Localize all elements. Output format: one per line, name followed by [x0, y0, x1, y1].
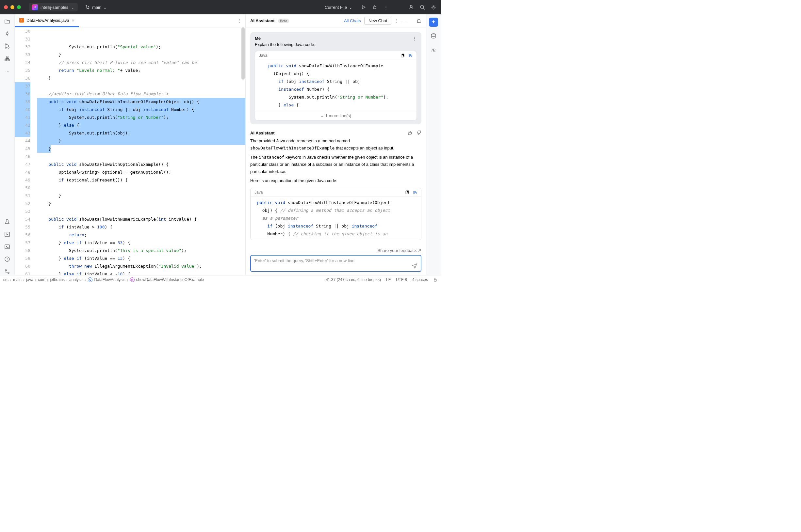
chevron-down-icon: ⌄: [349, 5, 352, 10]
project-tool-icon[interactable]: [4, 18, 11, 25]
svg-point-15: [8, 272, 9, 273]
user-message: Me ⋮ Explain the following Java code: Ja…: [250, 32, 421, 125]
panel-options-icon[interactable]: ⋮: [395, 18, 399, 23]
code-with-me-icon[interactable]: [408, 4, 415, 11]
code-snippet-body: public void showDataFlowWithInstanceOfEx…: [251, 197, 421, 240]
ai-input-placeholder: 'Enter' to submit the query, 'Shift+Ente…: [254, 258, 354, 263]
svg-point-3: [433, 6, 435, 8]
search-icon[interactable]: [419, 4, 426, 11]
svg-point-6: [5, 47, 6, 48]
send-icon[interactable]: [412, 263, 418, 269]
svg-rect-10: [8, 59, 10, 61]
thumbs-up-icon[interactable]: [408, 130, 413, 135]
maven-tool-icon[interactable]: m: [429, 45, 438, 54]
beta-badge: Beta: [278, 19, 289, 23]
svg-point-5: [5, 44, 6, 45]
file-encoding[interactable]: UTF-8: [396, 278, 407, 282]
assistant-text-3: Here is an explanation of the given Java…: [250, 177, 421, 185]
ai-panel-header: AI Assistant Beta All Chats New Chat ⋮ —: [245, 14, 426, 27]
editor-panel: J DataFlowAnalysis.java × ⋮ 303132333435…: [15, 14, 245, 275]
debug-button[interactable]: [371, 4, 378, 11]
svg-rect-21: [434, 279, 436, 281]
more-tools-icon[interactable]: ⋯: [4, 67, 11, 74]
all-chats-link[interactable]: All Chats: [344, 18, 361, 23]
svg-rect-8: [6, 56, 8, 57]
assistant-message: AI Assistant The provided Java code repr…: [250, 130, 421, 240]
run-button[interactable]: [360, 4, 367, 11]
structure-tool-icon[interactable]: [4, 55, 11, 62]
breadcrumbs[interactable]: src›main›java›com›jetbrains›analysis›CDa…: [3, 278, 204, 282]
vcs-branch[interactable]: main ⌄: [82, 4, 110, 11]
copy-code-icon[interactable]: [400, 53, 405, 58]
svg-point-2: [420, 5, 424, 8]
java-file-icon: J: [19, 18, 24, 22]
share-feedback-link[interactable]: Share your feedback ↗: [377, 248, 421, 253]
settings-icon[interactable]: [430, 4, 437, 11]
ai-conversation: Me ⋮ Explain the following Java code: Ja…: [245, 27, 426, 246]
tab-options-icon[interactable]: ⋮: [237, 18, 245, 23]
ai-assistant-tool-icon[interactable]: [429, 18, 438, 27]
cursor-position[interactable]: 41:37 (247 chars, 6 line breaks): [326, 278, 381, 282]
commit-tool-icon[interactable]: [4, 30, 11, 37]
indent-info[interactable]: 4 spaces: [412, 278, 428, 282]
editor-tab[interactable]: J DataFlowAnalysis.java ×: [15, 14, 79, 27]
message-options-icon[interactable]: ⋮: [413, 36, 417, 41]
editor-tabs: J DataFlowAnalysis.java × ⋮: [15, 14, 245, 27]
chevron-down-icon: ⌄: [103, 5, 107, 10]
project-selector[interactable]: IJ intellij-samples ⌄: [29, 3, 78, 12]
user-prompt-text: Explain the following Java code:: [255, 42, 417, 47]
copy-code-icon[interactable]: [405, 190, 409, 194]
close-tab-icon[interactable]: ×: [72, 18, 74, 23]
insert-code-icon[interactable]: [413, 190, 417, 194]
assistant-text-2: The instanceof keyword in Java checks wh…: [250, 154, 421, 175]
thumbs-down-icon[interactable]: [416, 130, 421, 135]
line-gutter: 3031323334353637383940414243444546474849…: [15, 27, 37, 275]
ai-title: AI Assistant: [250, 18, 275, 23]
more-actions-icon[interactable]: ⋮: [383, 4, 389, 11]
workspace: ⋯ J DataFlowAnalysis.java × ⋮ 3031323334…: [0, 14, 441, 275]
svg-point-4: [6, 33, 8, 35]
terminal-tool-icon[interactable]: [4, 243, 11, 250]
left-toolbar: ⋯: [0, 14, 15, 275]
window-controls: [4, 5, 21, 9]
ai-input[interactable]: 'Enter' to submit the query, 'Shift+Ente…: [250, 255, 421, 272]
maximize-window-icon[interactable]: [17, 5, 21, 9]
code-editor[interactable]: 3031323334353637383940414243444546474849…: [15, 27, 245, 275]
code-content[interactable]: System.out.println("Special value"); } /…: [37, 27, 245, 275]
svg-point-1: [410, 5, 412, 7]
assistant-text-1: The provided Java code represents a meth…: [250, 137, 421, 152]
run-config-selector[interactable]: Current File ⌄: [322, 4, 356, 11]
vcs-tool-icon[interactable]: [4, 268, 11, 275]
svg-point-0: [374, 6, 376, 9]
tab-filename: DataFlowAnalysis.java: [26, 18, 69, 23]
code-snippet-body: public void showDataFlowWithInstanceOfEx…: [255, 60, 417, 111]
titlebar: IJ intellij-samples ⌄ main ⌄ Current Fil…: [0, 0, 441, 14]
svg-rect-9: [5, 59, 6, 61]
branch-icon: [86, 5, 90, 10]
insert-code-icon[interactable]: [408, 53, 413, 58]
new-chat-button[interactable]: New Chat: [364, 17, 392, 25]
minimize-panel-icon[interactable]: —: [402, 18, 406, 23]
notifications-icon[interactable]: [416, 18, 421, 23]
problems-tool-icon[interactable]: [4, 255, 11, 263]
user-code-snippet: Java public void showDataFlowWithInstanc…: [255, 51, 417, 120]
build-tool-icon[interactable]: [4, 218, 11, 226]
close-window-icon[interactable]: [4, 5, 8, 9]
expand-code-button[interactable]: 1 more line(s): [255, 111, 417, 120]
status-bar: src›main›java›com›jetbrains›analysis›CDa…: [0, 275, 441, 284]
svg-text:J: J: [21, 19, 22, 22]
project-name: intellij-samples: [40, 5, 68, 10]
run-config-name: Current File: [325, 5, 347, 10]
database-tool-icon[interactable]: [429, 31, 438, 40]
minimize-window-icon[interactable]: [11, 5, 14, 9]
line-separator[interactable]: LF: [386, 278, 391, 282]
pull-requests-icon[interactable]: [4, 42, 11, 50]
code-language-label: Java: [254, 190, 263, 194]
run-tool-icon[interactable]: [4, 231, 11, 238]
readonly-lock-icon[interactable]: [433, 278, 437, 282]
right-toolbar: m: [426, 14, 441, 275]
branch-name: main: [92, 5, 101, 10]
intellij-icon: IJ: [32, 4, 38, 10]
vertical-scrollbar[interactable]: [241, 27, 245, 80]
code-language-label: Java: [259, 53, 267, 58]
